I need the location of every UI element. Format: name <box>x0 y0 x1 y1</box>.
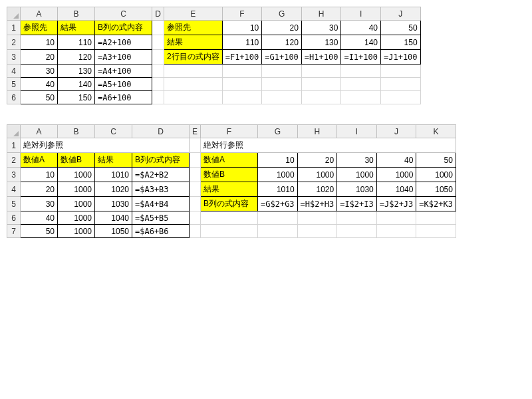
cell[interactable]: 結果 <box>95 153 132 168</box>
cell[interactable]: 1010 <box>258 182 298 197</box>
cell[interactable]: 結果 <box>164 35 223 50</box>
cell[interactable]: 参照先 <box>164 21 223 35</box>
cell[interactable]: 50 <box>416 153 456 168</box>
cell[interactable]: B列の式内容 <box>95 21 152 35</box>
cell[interactable]: 130 <box>58 65 95 78</box>
cell[interactable]: 40 <box>341 21 381 35</box>
cell[interactable]: 1000 <box>58 197 95 211</box>
cell[interactable]: 1000 <box>376 168 416 182</box>
cell[interactable]: 30 <box>337 153 377 168</box>
cell[interactable]: =K$2+K3 <box>416 197 456 211</box>
cell[interactable] <box>301 78 341 91</box>
cell[interactable]: 40 <box>21 211 58 225</box>
top-grid[interactable]: A B C D E F G H I J 1 参照先 結果 B列の式内容 参照先 … <box>7 7 421 104</box>
col-header[interactable]: B <box>58 125 95 138</box>
cell[interactable]: 1030 <box>95 197 132 211</box>
cell[interactable]: 50 <box>381 21 421 35</box>
col-header[interactable]: F <box>201 125 258 138</box>
cell[interactable] <box>376 225 416 238</box>
cell[interactable]: 数値A <box>21 153 58 168</box>
cell[interactable]: 20 <box>297 153 337 168</box>
cell[interactable] <box>190 168 201 182</box>
cell[interactable]: 1020 <box>95 182 132 197</box>
cell[interactable]: 1050 <box>416 182 456 197</box>
col-header[interactable]: G <box>262 7 302 21</box>
bottom-grid[interactable]: A B C D E F G H I J K 1 絶対列参照 絶対行参照 2 数値… <box>7 124 456 238</box>
col-header[interactable]: H <box>297 125 337 138</box>
cell[interactable]: =A5+100 <box>95 78 152 91</box>
cell[interactable]: =H$2+H3 <box>297 197 337 211</box>
cell[interactable] <box>164 91 223 104</box>
cell[interactable] <box>152 35 164 50</box>
cell[interactable] <box>222 65 262 78</box>
row-header[interactable]: 3 <box>7 168 21 182</box>
cell[interactable] <box>381 65 421 78</box>
cell[interactable]: =G1+100 <box>262 50 302 65</box>
cell[interactable]: 1000 <box>58 211 95 225</box>
cell[interactable]: =$A6+B6 <box>132 225 190 238</box>
cell[interactable]: =$A3+B3 <box>132 182 190 197</box>
row-header[interactable]: 4 <box>7 182 21 197</box>
cell[interactable]: 1000 <box>337 168 377 182</box>
cell[interactable]: 1000 <box>58 225 95 238</box>
row-header[interactable]: 3 <box>7 50 21 65</box>
col-header[interactable]: I <box>341 7 381 21</box>
cell[interactable]: 結果 <box>201 182 258 197</box>
col-header[interactable]: J <box>376 125 416 138</box>
col-header[interactable]: K <box>416 125 456 138</box>
row-header[interactable]: 1 <box>7 138 21 153</box>
cell[interactable]: 数値A <box>201 153 258 168</box>
cell[interactable]: =I$2+I3 <box>337 197 377 211</box>
cell[interactable]: 数値B <box>58 153 95 168</box>
cell[interactable]: 130 <box>301 35 341 50</box>
col-header[interactable]: G <box>258 125 298 138</box>
row-header[interactable]: 5 <box>7 78 21 91</box>
cell[interactable] <box>381 91 421 104</box>
cell[interactable]: =G$2+G3 <box>258 197 298 211</box>
cell[interactable] <box>164 65 223 78</box>
cell[interactable]: =J1+100 <box>381 50 421 65</box>
cell[interactable] <box>152 91 164 104</box>
cell[interactable]: 110 <box>222 35 262 50</box>
col-header[interactable]: C <box>95 7 152 21</box>
cell[interactable] <box>301 65 341 78</box>
cell[interactable]: =$A2+B2 <box>132 168 190 182</box>
cell[interactable]: =A6+100 <box>95 91 152 104</box>
cell[interactable]: 1000 <box>416 168 456 182</box>
cell[interactable] <box>341 91 381 104</box>
col-header[interactable]: H <box>301 7 341 21</box>
cell[interactable]: B列の式内容 <box>201 197 258 211</box>
cell[interactable] <box>258 211 298 225</box>
cell[interactable] <box>416 211 456 225</box>
cell[interactable]: =A2+100 <box>95 35 152 50</box>
cell[interactable] <box>258 225 298 238</box>
cell[interactable]: 20 <box>21 182 58 197</box>
cell[interactable]: =F1+100 <box>222 50 262 65</box>
cell[interactable] <box>190 182 201 197</box>
cell[interactable]: 数値B <box>201 168 258 182</box>
cell[interactable] <box>222 78 262 91</box>
col-header[interactable]: J <box>381 7 421 21</box>
cell[interactable] <box>201 225 258 238</box>
col-header[interactable]: A <box>21 125 58 138</box>
cell[interactable]: 1000 <box>58 168 95 182</box>
cell[interactable] <box>297 211 337 225</box>
cell[interactable]: 1000 <box>58 182 95 197</box>
cell[interactable] <box>152 50 164 65</box>
cell[interactable] <box>416 225 456 238</box>
row-header[interactable]: 2 <box>7 153 21 168</box>
cell[interactable]: 参照先 <box>21 21 58 35</box>
col-header[interactable]: E <box>190 125 201 138</box>
col-header[interactable]: B <box>58 7 95 21</box>
cell[interactable] <box>381 78 421 91</box>
cell[interactable] <box>376 211 416 225</box>
cell[interactable] <box>341 65 381 78</box>
row-header[interactable]: 5 <box>7 197 21 211</box>
cell[interactable]: =I1+100 <box>341 50 381 65</box>
cell[interactable]: 140 <box>58 78 95 91</box>
cell[interactable]: 1000 <box>258 168 298 182</box>
cell[interactable]: 結果 <box>58 21 95 35</box>
row-header[interactable]: 2 <box>7 35 21 50</box>
row-header[interactable]: 6 <box>7 211 21 225</box>
cell[interactable]: 30 <box>21 197 58 211</box>
